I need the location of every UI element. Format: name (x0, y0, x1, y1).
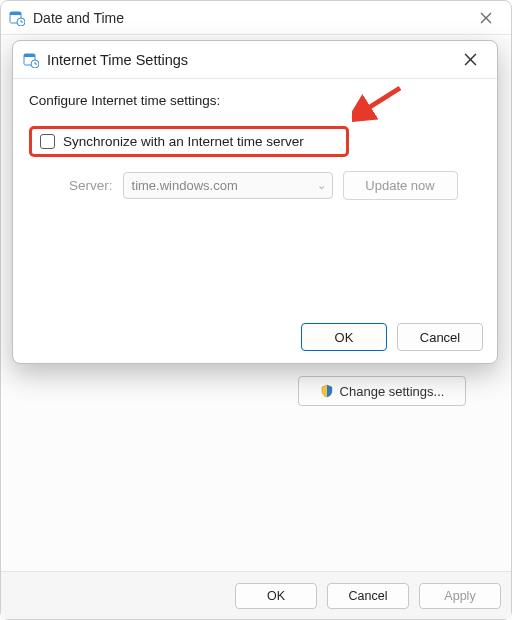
modal-body: Configure Internet time settings: Synchr… (13, 79, 497, 200)
parent-titlebar: Date and Time (1, 1, 511, 35)
configure-label: Configure Internet time settings: (29, 93, 481, 108)
parent-apply-button: Apply (419, 583, 501, 609)
change-settings-button[interactable]: Change settings... (298, 376, 466, 406)
server-row: Server: time.windows.com ⌄ Update now (29, 171, 481, 200)
parent-footer: OK Cancel Apply (1, 571, 511, 619)
modal-title: Internet Time Settings (47, 52, 188, 68)
shield-icon (320, 384, 334, 398)
update-now-button[interactable]: Update now (343, 171, 458, 200)
change-settings-label: Change settings... (340, 384, 445, 399)
parent-ok-button[interactable]: OK (235, 583, 317, 609)
svg-rect-1 (10, 12, 21, 15)
parent-cancel-button[interactable]: Cancel (327, 583, 409, 609)
sync-checkbox[interactable] (40, 134, 55, 149)
server-combobox-value: time.windows.com (132, 178, 238, 193)
sync-checkbox-row[interactable]: Synchronize with an Internet time server (29, 126, 349, 157)
modal-titlebar: Internet Time Settings (13, 41, 497, 79)
calendar-clock-icon (9, 10, 25, 26)
server-label: Server: (69, 178, 113, 193)
modal-cancel-button[interactable]: Cancel (397, 323, 483, 351)
sync-checkbox-label: Synchronize with an Internet time server (63, 134, 304, 149)
parent-window-title: Date and Time (33, 10, 124, 26)
server-combobox[interactable]: time.windows.com ⌄ (123, 172, 333, 199)
modal-close-button[interactable] (453, 46, 487, 74)
internet-time-settings-dialog: Internet Time Settings Configure Interne… (12, 40, 498, 364)
parent-close-button[interactable] (469, 4, 503, 32)
modal-footer: OK Cancel (301, 323, 483, 351)
chevron-down-icon: ⌄ (317, 179, 326, 192)
modal-ok-button[interactable]: OK (301, 323, 387, 351)
svg-rect-4 (24, 54, 35, 57)
calendar-clock-icon (23, 52, 39, 68)
